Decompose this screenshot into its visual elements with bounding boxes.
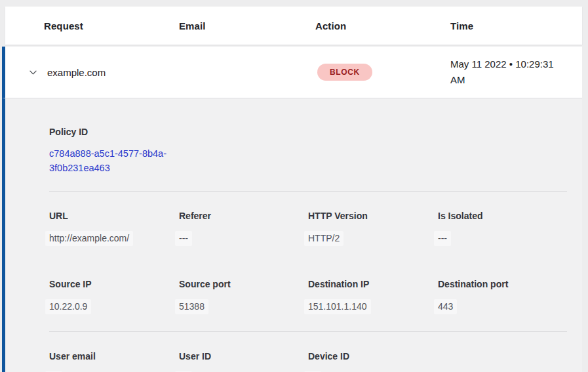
field-value: 51388 (175, 299, 208, 314)
user-section: User email --- User ID --- Device ID --- (49, 351, 567, 372)
field-value: 443 (434, 299, 457, 314)
detail-panel: Policy ID c784a888-a5c1-4577-8b4a-3f0b23… (2, 98, 582, 372)
action-badge: BLOCK (317, 64, 372, 81)
field-label: URL (49, 211, 179, 221)
chevron-down-icon[interactable] (28, 67, 38, 77)
field-label: Destination IP (308, 279, 438, 289)
field-device-id: Device ID --- (308, 351, 438, 372)
field-source-port: Source port 51388 (179, 279, 308, 314)
column-header-time: Time (450, 20, 582, 31)
column-header-action: Action (315, 20, 450, 31)
field-label: User ID (179, 351, 308, 362)
request-cell: example.com (28, 67, 179, 78)
field-is-isolated: Is Isolated --- (438, 211, 567, 246)
field-destination-ip: Destination IP 151.101.1.140 (308, 279, 438, 314)
field-user-email: User email --- (49, 351, 179, 372)
policy-id-link[interactable]: c784a888-a5c1-4577-8b4a-3f0b231ea463 (49, 146, 184, 175)
time-value: May 11 2022 • 10:29:31 AM (450, 47, 568, 97)
field-url: URL http://example.com/ (49, 211, 179, 246)
table-header: Request Email Action Time (5, 7, 582, 45)
network-section: Source IP 10.22.0.9 Source port 51388 De… (49, 279, 567, 314)
action-cell: BLOCK (315, 64, 450, 81)
column-header-request: Request (44, 20, 179, 31)
field-label: Is Isolated (438, 211, 567, 221)
policy-id-label: Policy ID (49, 127, 567, 137)
field-label: Source IP (49, 279, 179, 289)
column-header-email: Email (179, 20, 315, 31)
field-http-version: HTTP Version HTTP/2 (308, 211, 438, 246)
http-section: URL http://example.com/ Referer --- HTTP… (49, 211, 567, 246)
field-value: --- (175, 231, 192, 246)
request-value: example.com (47, 67, 106, 78)
section-divider (49, 191, 567, 192)
field-value: --- (434, 231, 451, 246)
policy-id-block: Policy ID c784a888-a5c1-4577-8b4a-3f0b23… (49, 127, 567, 175)
field-value: 10.22.0.9 (45, 299, 91, 314)
field-user-id: User ID --- (179, 351, 308, 372)
field-referer: Referer --- (179, 211, 308, 246)
field-source-ip: Source IP 10.22.0.9 (49, 279, 179, 314)
field-label: Device ID (308, 351, 438, 362)
field-value: 151.101.1.140 (304, 299, 371, 314)
section-divider (49, 331, 567, 332)
field-label: Destination port (438, 279, 567, 289)
field-label: Source port (179, 279, 308, 289)
field-destination-port: Destination port 443 (438, 279, 567, 314)
field-label: User email (49, 351, 179, 362)
field-label: Referer (179, 211, 308, 221)
field-label: HTTP Version (308, 211, 438, 221)
log-row[interactable]: example.com BLOCK May 11 2022 • 10:29:31… (2, 47, 582, 98)
field-value: http://example.com/ (45, 231, 133, 246)
field-value: HTTP/2 (304, 231, 343, 246)
